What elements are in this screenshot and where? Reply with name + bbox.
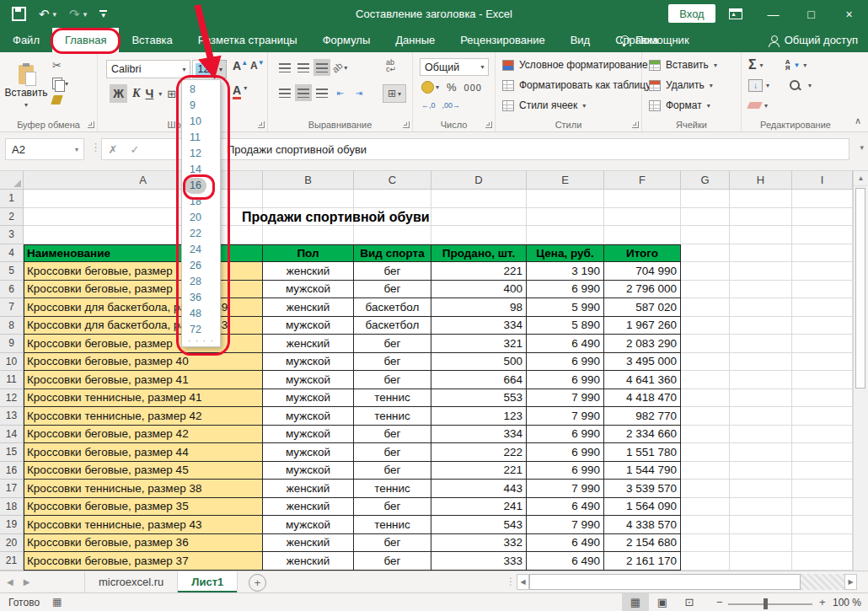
table-header-cell[interactable]: Цена, руб. bbox=[527, 244, 604, 263]
cell[interactable] bbox=[431, 226, 527, 244]
cell[interactable] bbox=[730, 480, 792, 498]
table-data-cell[interactable]: 334 bbox=[431, 317, 527, 335]
underline-button[interactable]: Ч bbox=[146, 87, 154, 100]
styles-dialog-launcher-icon[interactable] bbox=[632, 121, 639, 128]
table-data-cell[interactable]: баскетбол bbox=[354, 317, 431, 335]
font-size-option[interactable]: 8 bbox=[182, 82, 220, 98]
table-data-cell[interactable]: 543 bbox=[431, 516, 527, 534]
sign-in-button[interactable]: Вход bbox=[668, 4, 715, 23]
cell[interactable] bbox=[681, 516, 730, 534]
table-data-cell[interactable]: 7 990 bbox=[527, 480, 604, 498]
find-select-button[interactable] bbox=[790, 80, 800, 90]
cell[interactable] bbox=[792, 262, 853, 281]
font-size-combo[interactable]: 12 bbox=[192, 60, 215, 78]
align-center-button[interactable] bbox=[295, 84, 312, 101]
table-data-cell[interactable]: 98 bbox=[431, 298, 527, 317]
cell[interactable] bbox=[24, 226, 263, 244]
decrease-decimal-button[interactable]: ,00→ bbox=[442, 101, 461, 110]
column-header-F[interactable]: F bbox=[604, 171, 681, 190]
table-data-cell[interactable]: 3 539 570 bbox=[604, 480, 681, 498]
table-data-cell[interactable]: 5 890 bbox=[527, 317, 604, 335]
wrap-text-button[interactable]: ab c↵ bbox=[386, 59, 396, 72]
cell[interactable] bbox=[792, 371, 853, 389]
table-data-cell[interactable]: 6 990 bbox=[527, 443, 604, 462]
increase-indent-button[interactable]: ⇥ bbox=[351, 84, 367, 101]
row-header[interactable]: 21 bbox=[0, 552, 24, 571]
table-data-cell[interactable]: Кроссовки беговые, размер 35 bbox=[24, 498, 263, 517]
format-as-table-button[interactable]: Форматировать как таблицу▾ bbox=[502, 75, 659, 95]
cell[interactable] bbox=[527, 190, 604, 208]
table-data-cell[interactable]: Кроссовки теннисные, размер 41 bbox=[24, 389, 263, 408]
close-button[interactable]: × bbox=[830, 0, 868, 28]
row-header[interactable]: 4 bbox=[0, 244, 24, 263]
table-data-cell[interactable]: Кроссовки беговые, размер bbox=[24, 335, 263, 353]
row-header[interactable]: 16 bbox=[0, 462, 24, 480]
table-data-cell[interactable]: бег bbox=[354, 462, 431, 480]
table-data-cell[interactable]: мужской bbox=[263, 426, 354, 444]
table-data-cell[interactable]: женский bbox=[263, 480, 354, 498]
cell[interactable] bbox=[792, 208, 853, 227]
row-header[interactable]: 2 bbox=[0, 208, 24, 227]
table-data-cell[interactable]: 3 190 bbox=[527, 262, 604, 281]
new-sheet-button[interactable]: + bbox=[249, 574, 266, 592]
font-size-dropdown-arrow[interactable]: ▾ bbox=[215, 60, 227, 78]
cell[interactable] bbox=[792, 317, 853, 335]
table-data-cell[interactable]: 500 bbox=[431, 353, 527, 372]
cell[interactable] bbox=[792, 335, 853, 353]
table-data-cell[interactable]: 443 bbox=[431, 480, 527, 498]
sheet-tab-microexcel.ru[interactable]: microexcel.ru bbox=[84, 571, 178, 592]
table-data-cell[interactable]: 1 967 260 bbox=[604, 317, 681, 335]
row-header[interactable]: 13 bbox=[0, 407, 24, 426]
table-data-cell[interactable]: 241 bbox=[431, 498, 527, 517]
row-header[interactable]: 5 bbox=[0, 262, 24, 281]
table-data-cell[interactable]: 6 990 bbox=[527, 371, 604, 389]
font-size-option[interactable]: 16 bbox=[182, 178, 220, 194]
table-data-cell[interactable]: 4 641 360 bbox=[604, 371, 681, 389]
table-data-cell[interactable]: 7 990 bbox=[527, 516, 604, 534]
table-data-cell[interactable]: Кроссовки беговые, размер 40 bbox=[24, 353, 263, 372]
table-data-cell[interactable]: бег bbox=[354, 353, 431, 372]
accessibility-icon[interactable]: ▦ bbox=[52, 596, 62, 608]
table-data-cell[interactable]: 400 bbox=[431, 281, 527, 299]
font-size-option[interactable]: 11 bbox=[182, 130, 220, 146]
table-data-cell[interactable]: 1 551 780 bbox=[604, 443, 681, 462]
cell[interactable] bbox=[792, 226, 853, 244]
zoom-in-button[interactable]: + bbox=[819, 596, 826, 608]
clear-button[interactable] bbox=[747, 102, 763, 109]
cell[interactable] bbox=[354, 226, 431, 244]
cell[interactable] bbox=[604, 190, 681, 208]
cell[interactable] bbox=[431, 208, 527, 227]
cell[interactable] bbox=[681, 498, 730, 517]
shrink-font-button[interactable]: А▼ bbox=[250, 59, 265, 72]
table-data-cell[interactable]: Кроссовки беговые, размер bbox=[24, 281, 263, 299]
table-data-cell[interactable]: 2 334 660 bbox=[604, 426, 681, 444]
cell[interactable] bbox=[681, 262, 730, 281]
column-header-E[interactable]: E bbox=[527, 171, 604, 190]
normal-view-button[interactable]: ▦ bbox=[622, 593, 649, 611]
table-data-cell[interactable]: 1 544 790 bbox=[604, 462, 681, 480]
cell[interactable] bbox=[681, 534, 730, 553]
row-header[interactable]: 8 bbox=[0, 317, 24, 335]
copy-button[interactable]: ▾ bbox=[52, 78, 68, 89]
table-data-cell[interactable]: бег bbox=[354, 534, 431, 553]
zoom-slider-track[interactable] bbox=[728, 603, 812, 605]
table-data-cell[interactable]: Кроссовки беговые, размер 41 bbox=[24, 371, 263, 389]
cell[interactable] bbox=[792, 516, 853, 534]
cut-button[interactable]: ✂ bbox=[52, 59, 68, 72]
table-data-cell[interactable]: бег bbox=[354, 443, 431, 462]
table-data-cell[interactable]: мужской bbox=[263, 317, 354, 335]
table-data-cell[interactable]: 221 bbox=[431, 262, 527, 281]
table-data-cell[interactable]: мужской bbox=[263, 407, 354, 426]
assistant-control[interactable]: Помощник bbox=[620, 28, 689, 52]
table-data-cell[interactable]: 6 490 bbox=[527, 335, 604, 353]
table-data-cell[interactable]: мужской bbox=[263, 389, 354, 408]
cell[interactable] bbox=[730, 552, 792, 571]
cell[interactable] bbox=[730, 244, 792, 263]
scrollbar-divider[interactable]: ⋮ bbox=[506, 576, 516, 587]
row-header[interactable]: 6 bbox=[0, 281, 24, 299]
tab-Данные[interactable]: Данные bbox=[383, 28, 447, 52]
table-data-cell[interactable]: бег bbox=[354, 426, 431, 444]
tab-Вид[interactable]: Вид bbox=[558, 28, 603, 52]
column-header-C[interactable]: C bbox=[354, 171, 431, 190]
cell[interactable] bbox=[792, 244, 853, 263]
